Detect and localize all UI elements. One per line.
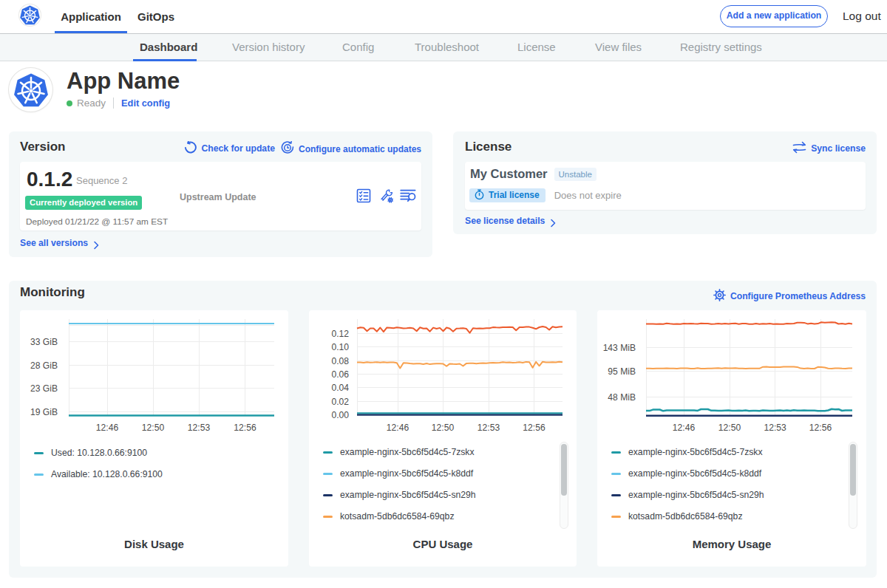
svg-text:12:56: 12:56 — [809, 423, 832, 433]
svg-text:12:53: 12:53 — [764, 423, 786, 433]
svg-text:0.10: 0.10 — [331, 342, 349, 352]
svg-text:12:46: 12:46 — [673, 423, 696, 433]
svg-text:28 GiB: 28 GiB — [30, 360, 58, 371]
svg-text:0.04: 0.04 — [331, 383, 349, 393]
svg-text:0.00: 0.00 — [331, 410, 349, 420]
svg-text:143 MiB: 143 MiB — [603, 343, 636, 353]
svg-text:0.12: 0.12 — [331, 329, 349, 339]
svg-text:19 GiB: 19 GiB — [30, 407, 58, 417]
svg-text:48 MiB: 48 MiB — [608, 392, 636, 403]
svg-text:12:53: 12:53 — [188, 423, 211, 433]
svg-text:12:53: 12:53 — [478, 423, 500, 433]
svg-text:12:46: 12:46 — [387, 423, 409, 433]
svg-text:12:50: 12:50 — [432, 423, 455, 433]
svg-text:0.06: 0.06 — [331, 369, 349, 380]
svg-text:95 MiB: 95 MiB — [608, 366, 636, 377]
svg-text:12:56: 12:56 — [234, 423, 256, 433]
svg-text:12:50: 12:50 — [142, 423, 165, 433]
svg-text:12:56: 12:56 — [523, 423, 546, 433]
svg-text:23 GiB: 23 GiB — [30, 383, 58, 394]
svg-text:12:50: 12:50 — [718, 423, 741, 433]
svg-text:0.08: 0.08 — [331, 356, 349, 366]
svg-text:12:46: 12:46 — [96, 423, 119, 433]
svg-text:33 GiB: 33 GiB — [30, 337, 58, 347]
svg-text:0.02: 0.02 — [331, 397, 349, 407]
